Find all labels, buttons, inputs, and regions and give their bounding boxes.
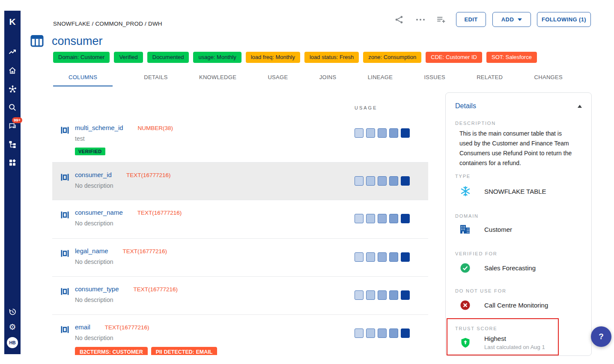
column-name[interactable]: email — [75, 323, 90, 331]
tag-sot[interactable]: SOT: Salesforce — [486, 52, 537, 63]
table-row-selected[interactable]: consumer_id TEXT(16777216) No descriptio… — [52, 163, 428, 200]
column-name[interactable]: consumer_name — [75, 209, 123, 216]
breadcrumb[interactable]: SNOWFLAKE / COMMON_PROD / DWH — [53, 21, 162, 27]
column-type: TEXT(16777216) — [123, 248, 167, 255]
page: K 99+ — [0, 0, 614, 364]
usage-indicator — [355, 252, 410, 262]
check-circle-icon — [459, 263, 471, 273]
usage-column-header: USAGE — [355, 105, 378, 110]
description-label: DESCRIPTION — [455, 121, 496, 126]
column-type: TEXT(16777216) — [137, 210, 182, 216]
usage-indicator — [355, 128, 410, 138]
sidebar-nav: 99+ — [8, 47, 17, 167]
details-panel: Details DESCRIPTION This is the main con… — [445, 92, 592, 356]
tab-issues[interactable]: ISSUES — [424, 70, 445, 86]
tag-load-status[interactable]: load status: Fresh — [304, 52, 359, 63]
table-row[interactable]: multi_scheme_id NUMBER(38) test VERIFIED — [52, 112, 428, 163]
tag-cde[interactable]: CDE: Customer ID — [426, 52, 482, 63]
tag-load-freq[interactable]: load freq: Monthly — [246, 52, 300, 63]
column-name[interactable]: legal_name — [75, 247, 108, 255]
tab-lineage[interactable]: LINEAGE — [368, 70, 393, 86]
table-row[interactable]: consumer_type TEXT(16777216) No descript… — [52, 277, 428, 315]
following-button[interactable]: FOLLOWING (1) — [537, 12, 591, 27]
user-avatar[interactable]: HB — [7, 337, 18, 348]
more-icon[interactable] — [415, 15, 426, 25]
search-icon[interactable] — [8, 103, 17, 112]
add-button[interactable]: ADD — [492, 12, 531, 27]
usage-indicator — [355, 290, 410, 300]
tab-joins[interactable]: JOINS — [319, 70, 337, 86]
tab-related[interactable]: RELATED — [477, 70, 503, 86]
column-name[interactable]: multi_scheme_id — [75, 124, 123, 131]
app-logo[interactable]: K — [9, 17, 15, 27]
column-icon — [61, 326, 69, 335]
settings-gear-icon[interactable]: ⚙ — [8, 322, 17, 331]
tags-row: Domain: Customer Verified Documented usa… — [53, 52, 537, 63]
type-label: TYPE — [455, 174, 471, 179]
trust-score-value: Highest — [484, 335, 545, 342]
do-not-use-value: Call Centre Monitoring — [484, 302, 548, 309]
table-row[interactable]: consumer_name TEXT(16777216) No descript… — [52, 200, 428, 239]
tag-documented[interactable]: Documented — [147, 52, 189, 63]
do-not-use-label: DO NOT USE FOR — [455, 288, 507, 293]
column-type: TEXT(16777216) — [134, 286, 178, 293]
column-type: TEXT(16777216) — [126, 172, 171, 178]
column-name[interactable]: consumer_id — [75, 171, 112, 178]
table-row[interactable]: email TEXT(16777216) No description B2CT… — [52, 315, 428, 355]
column-icon — [61, 211, 69, 220]
tag-domain-customer[interactable]: Domain: Customer — [53, 52, 110, 63]
playlist-add-icon[interactable] — [436, 15, 446, 25]
chat-icon[interactable]: 99+ — [8, 121, 17, 130]
tab-knowledge[interactable]: KNOWLEDGE — [199, 70, 236, 86]
verified-for-value: Sales Forecasting — [484, 264, 536, 272]
table-row[interactable]: legal_name TEXT(16777216) No description — [52, 239, 428, 277]
apps-grid-icon[interactable] — [8, 158, 17, 167]
history-icon[interactable] — [8, 307, 17, 317]
column-name[interactable]: consumer_type — [75, 285, 119, 293]
tag-zone[interactable]: zone: Consumption — [363, 52, 421, 63]
edit-button[interactable]: EDIT — [456, 12, 486, 27]
tag-verified[interactable]: Verified — [114, 52, 143, 63]
domain-value: Customer — [484, 226, 512, 233]
table-icon — [30, 34, 44, 49]
trust-score-label: TRUST SCORE — [455, 326, 497, 331]
trending-icon[interactable] — [8, 47, 17, 57]
do-not-use-row: Call Centre Monitoring — [459, 300, 548, 310]
share-icon[interactable] — [394, 15, 404, 25]
home-icon[interactable] — [8, 66, 17, 75]
verified-for-label: VERIFIED FOR — [455, 251, 498, 256]
type-row: SNOWFLAKE TABLE — [459, 186, 546, 197]
tab-columns[interactable]: COLUMNS — [53, 70, 113, 86]
domain-label: DOMAIN — [455, 213, 479, 219]
graph-cluster-icon[interactable] — [8, 84, 17, 94]
column-icon — [61, 127, 69, 136]
column-description: test — [75, 135, 173, 142]
sidebar-bottom: ⚙ HB — [7, 307, 18, 348]
type-value: SNOWFLAKE TABLE — [484, 188, 546, 195]
tab-changes[interactable]: CHANGES — [534, 70, 563, 86]
snowflake-icon — [459, 186, 471, 197]
tab-details[interactable]: DETAILS — [144, 70, 167, 86]
column-type: NUMBER(38) — [138, 125, 173, 131]
help-button[interactable]: ? — [591, 326, 611, 347]
caret-down-icon — [518, 18, 522, 21]
cross-circle-icon — [459, 300, 471, 310]
usage-indicator — [355, 214, 410, 223]
notification-badge: 99+ — [12, 117, 22, 123]
tab-usage[interactable]: USAGE — [268, 70, 288, 86]
description-text: This is the main consumer table that is … — [459, 129, 574, 168]
column-icon — [61, 288, 69, 297]
verified-for-row: Sales Forecasting — [459, 263, 536, 273]
collapse-arrow-icon[interactable] — [578, 105, 582, 108]
column-type: TEXT(16777216) — [105, 324, 149, 331]
details-panel-title[interactable]: Details — [455, 102, 476, 110]
flow-icon[interactable] — [8, 139, 17, 149]
column-description: No description — [75, 220, 182, 227]
tag-usage-monthly[interactable]: usage: Monthly — [193, 52, 241, 63]
column-description: No description — [75, 182, 170, 189]
column-icon — [61, 250, 69, 259]
trust-score-row: Highest Last calculated on Aug 1 — [459, 335, 545, 350]
sidebar: K 99+ — [4, 11, 21, 354]
pii-detected-badge: PII DETECTED: EMAIL — [151, 347, 218, 355]
usage-indicator — [355, 328, 410, 338]
